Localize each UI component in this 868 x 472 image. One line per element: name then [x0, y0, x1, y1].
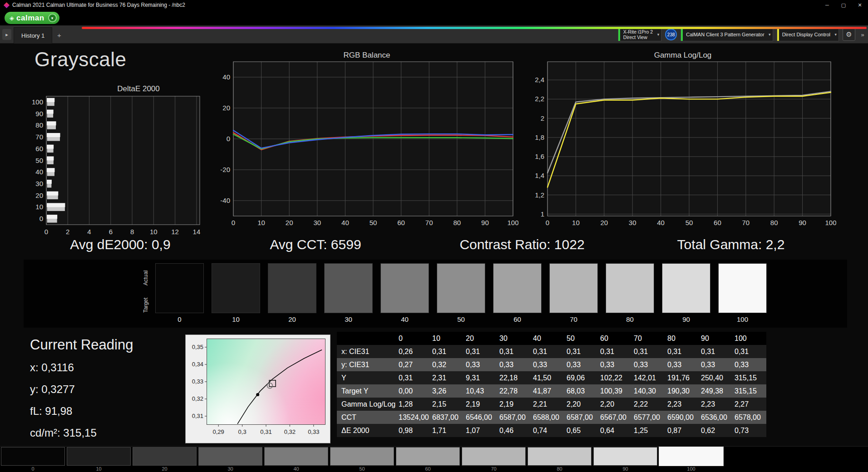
- table-cell: 0,32: [430, 361, 464, 369]
- grayscale-swatch-90: 90: [662, 263, 710, 323]
- pattern-swatch-label: 50: [359, 466, 365, 472]
- minimize-button[interactable]: ─: [819, 0, 835, 10]
- pattern-swatch-30[interactable]: 30: [198, 447, 262, 472]
- pattern-swatch-80[interactable]: 80: [528, 447, 592, 472]
- gamma-chart: Gamma Log/Log 010203040506070809010011,2…: [529, 51, 836, 228]
- pattern-swatch-10[interactable]: 10: [67, 447, 131, 472]
- tab-label: History 1: [21, 32, 44, 39]
- pattern-swatch-90[interactable]: 90: [593, 447, 657, 472]
- svg-text:70: 70: [425, 219, 433, 226]
- table-cell: 68,03: [565, 387, 598, 395]
- svg-text:40: 40: [657, 219, 665, 226]
- pattern-swatch-label: 20: [162, 466, 167, 472]
- settings-button[interactable]: ⚙: [843, 28, 855, 41]
- close-button[interactable]: ✕: [852, 0, 868, 10]
- pattern-swatch-color: [396, 447, 460, 466]
- table-cell: 22,18: [498, 374, 531, 382]
- swatch-label: 70: [570, 315, 577, 323]
- table-row-label: y: CIE31: [337, 361, 397, 369]
- table-cell: 1,71: [430, 427, 464, 435]
- svg-text:0,31: 0,31: [260, 428, 271, 435]
- pattern-swatch-label: 100: [687, 466, 695, 472]
- swatch-color: [493, 263, 542, 313]
- svg-text:20: 20: [35, 192, 43, 199]
- pattern-swatch-color: [659, 447, 723, 466]
- svg-text:80: 80: [770, 219, 778, 226]
- svg-text:4: 4: [87, 228, 91, 236]
- table-cell: 2,15: [430, 400, 464, 408]
- pattern-swatch-50[interactable]: 50: [330, 447, 394, 472]
- svg-text:60: 60: [714, 219, 721, 226]
- pattern-swatch-70[interactable]: 70: [462, 447, 526, 472]
- swatch-color: [437, 263, 485, 313]
- table-cell: 0,33: [498, 361, 531, 369]
- calman-menu-chevron-icon[interactable]: ▾: [48, 14, 57, 22]
- table-cell: 0,33: [666, 361, 699, 369]
- grayscale-swatches: 0102030405060708090100: [155, 263, 767, 323]
- pattern-generator-selector[interactable]: CalMAN Client 3 Pattern Generator ▾: [681, 28, 773, 41]
- display-control-selector[interactable]: Direct Display Control ▾: [777, 28, 839, 41]
- history-panel-toggle[interactable]: ▸: [2, 29, 11, 40]
- table-cell: 191,76: [666, 374, 699, 382]
- svg-text:6: 6: [109, 228, 113, 236]
- table-cell: 0,33: [733, 361, 766, 369]
- table-cell: 0,31: [464, 348, 498, 356]
- gamma-chart-canvas: 010203040506070809010011,21,41,61,822,22…: [529, 61, 836, 228]
- table-cell: 0,33: [598, 361, 632, 369]
- pattern-swatch-20[interactable]: 20: [133, 447, 197, 472]
- pattern-swatch-color: [264, 447, 328, 466]
- pattern-swatch-100[interactable]: 100: [659, 447, 723, 472]
- svg-text:0,32: 0,32: [192, 395, 203, 402]
- table-cell: 0,33: [699, 361, 733, 369]
- table-cell: 6546,00: [464, 413, 498, 422]
- swatch-color: [324, 263, 373, 313]
- svg-text:0: 0: [227, 135, 230, 143]
- table-cell: 0,27: [397, 361, 430, 369]
- table-col-header: 80: [666, 334, 699, 343]
- panel-expand-button[interactable]: »: [859, 28, 866, 41]
- table-cell: 249,38: [699, 387, 733, 395]
- pattern-swatch-label: 0: [31, 466, 34, 472]
- table-cell: 2,21: [531, 400, 565, 408]
- swatch-label: 100: [737, 315, 748, 323]
- svg-text:50: 50: [35, 157, 43, 164]
- pattern-swatch-40[interactable]: 40: [264, 447, 328, 472]
- swatch-color: [549, 263, 598, 313]
- table-cell: 6587,00: [498, 413, 531, 422]
- table-cell: 0,62: [699, 427, 733, 435]
- table-cell: 2,22: [632, 400, 666, 408]
- maximize-button[interactable]: ▢: [835, 0, 852, 10]
- svg-text:1,2: 1,2: [535, 191, 544, 199]
- page-title: Grayscale: [35, 48, 127, 71]
- calman-logo-button[interactable]: ◈ calman ▾: [5, 12, 59, 24]
- meter-status-badge[interactable]: 238: [665, 29, 677, 40]
- tab-history-1[interactable]: History 1: [14, 27, 52, 44]
- svg-text:40: 40: [35, 168, 43, 176]
- svg-text:30: 30: [629, 219, 636, 226]
- svg-text:0,29: 0,29: [213, 428, 224, 435]
- table-row-label: x: CIE31: [337, 348, 397, 356]
- swatch-color: [155, 263, 204, 313]
- add-tab-button[interactable]: +: [57, 31, 61, 39]
- swatch-color: [212, 263, 260, 313]
- table-cell: 315,15: [733, 374, 766, 382]
- svg-text:90: 90: [35, 110, 43, 118]
- svg-text:-40: -40: [220, 197, 230, 204]
- svg-text:100: 100: [825, 219, 836, 226]
- swatch-label: 60: [513, 315, 521, 323]
- table-col-header: 50: [565, 334, 598, 343]
- table-cell: 0,31: [666, 348, 699, 356]
- table-cell: 0,31: [397, 374, 430, 382]
- svg-text:12: 12: [171, 228, 179, 236]
- chevron-down-icon: ▾: [834, 32, 837, 37]
- table-cell: 0,33: [464, 361, 498, 369]
- table-cell: 190,30: [666, 387, 699, 395]
- meter-selector[interactable]: X-Rite i1Pro 2 Direct View ▾: [618, 28, 661, 41]
- table-cell: 0,33: [632, 361, 666, 369]
- table-cell: 6590,00: [666, 413, 699, 422]
- pattern-swatch-0[interactable]: 0: [1, 447, 65, 472]
- pattern-swatch-60[interactable]: 60: [396, 447, 460, 472]
- grayscale-swatch-10: 10: [212, 263, 260, 323]
- svg-text:2,4: 2,4: [535, 76, 544, 84]
- svg-text:90: 90: [481, 219, 489, 226]
